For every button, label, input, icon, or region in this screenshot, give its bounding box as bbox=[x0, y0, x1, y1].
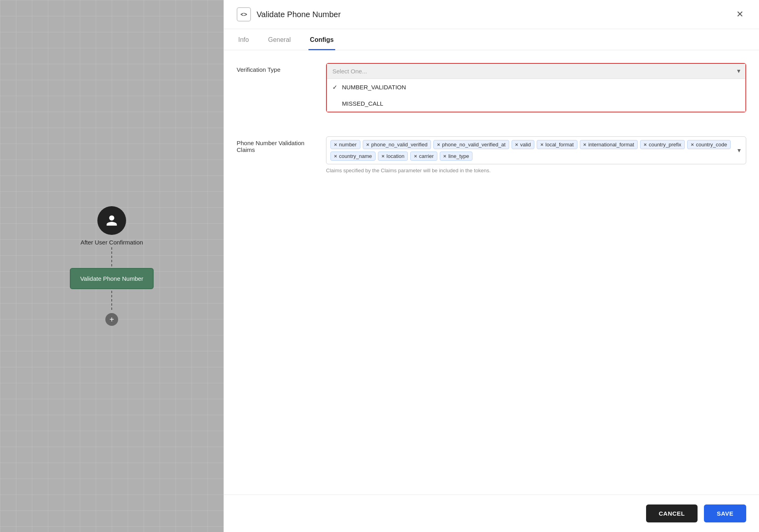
claims-hint: Claims specified by the Claims parameter… bbox=[326, 167, 746, 173]
tag-local-format: × local_format bbox=[537, 140, 577, 149]
modal-footer: CANCEL SAVE bbox=[224, 495, 759, 532]
tag-label-international-format: international_format bbox=[588, 142, 634, 148]
tag-country-name: × country_name bbox=[330, 152, 376, 161]
tag-label-country-name: country_name bbox=[339, 153, 372, 159]
tag-label-number: number bbox=[339, 142, 357, 148]
code-icon-button[interactable]: <> bbox=[237, 7, 251, 22]
tag-remove-country-name[interactable]: × bbox=[334, 153, 337, 159]
tab-general[interactable]: General bbox=[267, 29, 293, 50]
tag-remove-phone-no-valid-verified[interactable]: × bbox=[366, 142, 370, 148]
tag-phone-no-valid-verified: × phone_no_valid_verified bbox=[363, 140, 431, 149]
tag-phone-no-valid-verified-at: × phone_no_valid_verified_at bbox=[433, 140, 509, 149]
tag-remove-local-format[interactable]: × bbox=[540, 142, 544, 148]
tag-label-country-code: country_code bbox=[696, 142, 727, 148]
save-button[interactable]: SAVE bbox=[704, 504, 746, 522]
tag-label-local-format: local_format bbox=[546, 142, 574, 148]
tag-label-valid: valid bbox=[520, 142, 531, 148]
user-node-group: After User Confirmation bbox=[81, 206, 143, 246]
modal-content: Verification Type Select One... NUMBER_V… bbox=[224, 50, 759, 495]
verification-type-row: Verification Type Select One... NUMBER_V… bbox=[237, 63, 746, 112]
tag-remove-line-type[interactable]: × bbox=[443, 153, 447, 159]
user-icon bbox=[105, 214, 118, 227]
tab-configs[interactable]: Configs bbox=[308, 29, 336, 50]
tag-number: × number bbox=[330, 140, 360, 149]
task-node-label: Validate Phone Number bbox=[80, 275, 143, 282]
tag-location: × location bbox=[378, 152, 408, 161]
tag-label-line-type: line_type bbox=[448, 153, 469, 159]
verification-type-label: Verification Type bbox=[237, 63, 316, 73]
option-missed-call[interactable]: MISSED_CALL bbox=[327, 95, 745, 112]
tag-label-carrier: carrier bbox=[419, 153, 434, 159]
tags-dropdown-arrow-icon: ▼ bbox=[736, 147, 742, 154]
tag-country-code: × country_code bbox=[687, 140, 731, 149]
tag-remove-location[interactable]: × bbox=[381, 153, 385, 159]
verification-type-dropdown[interactable]: Select One... NUMBER_VALIDATION MISSED_C… bbox=[326, 63, 746, 112]
tag-line-type: × line_type bbox=[440, 152, 473, 161]
claims-row: Phone Number Validation Claims × number … bbox=[237, 136, 746, 173]
task-node[interactable]: Validate Phone Number bbox=[70, 268, 154, 289]
tag-remove-phone-no-valid-verified-at[interactable]: × bbox=[437, 142, 440, 148]
flow-diagram: After User Confirmation Validate Phone N… bbox=[0, 0, 223, 532]
tags-container[interactable]: × number × phone_no_valid_verified × pho… bbox=[326, 136, 746, 164]
dropdown-options: NUMBER_VALIDATION MISSED_CALL bbox=[327, 79, 745, 112]
verification-type-control: Select One... NUMBER_VALIDATION MISSED_C… bbox=[326, 63, 746, 112]
tag-remove-carrier[interactable]: × bbox=[414, 153, 417, 159]
cancel-button[interactable]: CANCEL bbox=[646, 504, 698, 522]
tag-remove-international-format[interactable]: × bbox=[583, 142, 587, 148]
after-user-label: After User Confirmation bbox=[81, 239, 143, 246]
tag-remove-country-prefix[interactable]: × bbox=[644, 142, 647, 148]
tag-international-format: × international_format bbox=[580, 140, 638, 149]
tag-remove-country-code[interactable]: × bbox=[691, 142, 694, 148]
tag-remove-number[interactable]: × bbox=[334, 142, 337, 148]
modal-header: <> Validate Phone Number ✕ bbox=[224, 0, 759, 29]
tabs-bar: Info General Configs bbox=[224, 29, 759, 50]
tag-label-country-prefix: country_prefix bbox=[649, 142, 682, 148]
option-number-validation[interactable]: NUMBER_VALIDATION bbox=[327, 79, 745, 95]
tag-label-phone-no-valid-verified: phone_no_valid_verified bbox=[371, 142, 427, 148]
close-button[interactable]: ✕ bbox=[733, 8, 746, 21]
tag-remove-valid[interactable]: × bbox=[515, 142, 518, 148]
tag-country-prefix: × country_prefix bbox=[640, 140, 685, 149]
modal-title: Validate Phone Number bbox=[257, 10, 728, 19]
claims-label: Phone Number Validation Claims bbox=[237, 136, 316, 153]
claims-control: × number × phone_no_valid_verified × pho… bbox=[326, 136, 746, 173]
code-icon: <> bbox=[241, 11, 247, 18]
tab-info[interactable]: Info bbox=[237, 29, 251, 50]
tag-valid: × valid bbox=[512, 140, 534, 149]
dropdown-placeholder: Select One... bbox=[327, 64, 745, 79]
user-node bbox=[97, 206, 126, 235]
add-node-button[interactable]: + bbox=[105, 313, 118, 326]
connector-line-2 bbox=[111, 291, 112, 310]
modal-panel: <> Validate Phone Number ✕ Info General … bbox=[223, 0, 759, 532]
tag-label-phone-no-valid-verified-at: phone_no_valid_verified_at bbox=[442, 142, 506, 148]
dropdown-chevron-icon: ▼ bbox=[736, 68, 741, 74]
flow-canvas: After User Confirmation Validate Phone N… bbox=[0, 0, 223, 532]
connector-line-1 bbox=[111, 247, 112, 266]
tag-label-location: location bbox=[387, 153, 405, 159]
add-icon: + bbox=[109, 315, 114, 324]
tag-carrier: × carrier bbox=[410, 152, 437, 161]
